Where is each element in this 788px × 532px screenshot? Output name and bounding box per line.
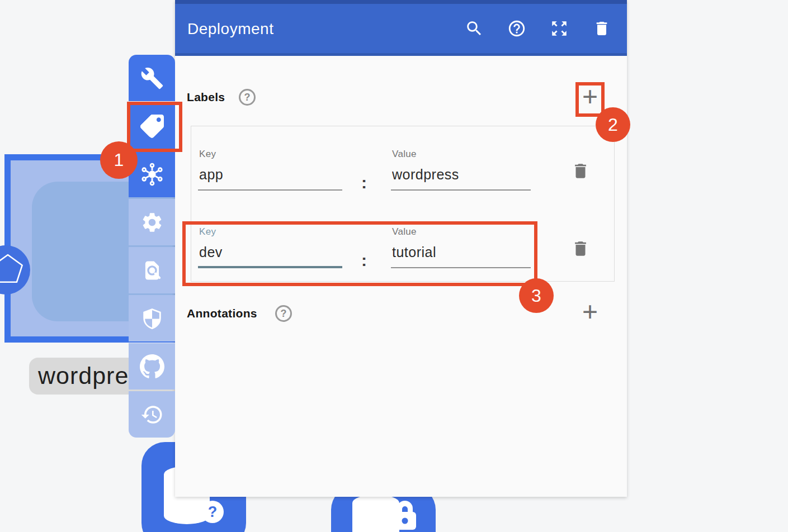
question-glyph: ? (208, 504, 218, 520)
labels-help-icon[interactable]: ? (239, 89, 256, 106)
key-field-label: Key (199, 149, 216, 160)
toolbar-github-button[interactable] (129, 343, 175, 390)
label-key-field: Key (198, 126, 341, 204)
shield-icon (140, 306, 164, 331)
document-search-icon (140, 258, 164, 283)
panel-header-actions (464, 18, 612, 39)
trash-icon (571, 162, 590, 180)
key-field-label: Key (199, 226, 216, 238)
toolbar-labels-button[interactable] (129, 103, 175, 149)
kube-graph-editor: wordpress ? (0, 0, 788, 532)
toolbar-security-button[interactable] (129, 295, 175, 341)
pentagon-node-badge[interactable] (0, 244, 31, 296)
label-row: Key : Value (191, 126, 614, 204)
panel-title: Deployment (187, 20, 273, 38)
toolbar-inspect-button[interactable] (129, 247, 175, 293)
wrench-icon (140, 66, 164, 90)
delete-label-button[interactable] (569, 238, 592, 260)
github-icon (140, 354, 164, 379)
tag-icon (140, 115, 164, 138)
hub-icon (140, 162, 164, 187)
labels-list: Key : Value Key : (191, 126, 615, 282)
trash-icon (593, 20, 611, 37)
key-value-separator: : (361, 173, 367, 192)
expand-icon (550, 19, 569, 38)
details-panel: Deployment Labels ? + (175, 0, 627, 497)
add-label-button[interactable]: + (578, 86, 602, 110)
label-key-field: Key (198, 204, 341, 282)
help-button[interactable] (507, 18, 527, 39)
fit-view-button[interactable] (549, 18, 569, 39)
key-input[interactable] (198, 244, 342, 268)
gear-icon (140, 211, 164, 234)
label-value-field: Value (391, 204, 530, 282)
node-toolbar (129, 55, 175, 438)
value-input[interactable] (391, 167, 531, 191)
delete-label-button[interactable] (569, 160, 592, 182)
annotations-help-icon[interactable]: ? (275, 305, 292, 322)
label-row: Key : Value (191, 204, 614, 282)
trash-icon (571, 239, 590, 258)
value-field-label: Value (392, 226, 417, 238)
delete-node-button[interactable] (592, 18, 612, 39)
panel-header: Deployment (175, 0, 627, 56)
key-value-separator: : (361, 251, 367, 270)
add-annotation-button[interactable]: + (578, 301, 602, 325)
search-button[interactable] (464, 18, 484, 39)
value-input[interactable] (391, 244, 531, 268)
annotations-section-title: Annotations (187, 307, 257, 320)
search-icon (465, 19, 484, 38)
history-icon (140, 403, 164, 426)
toolbar-build-button[interactable] (129, 55, 175, 101)
labels-section-title: Labels (187, 91, 225, 104)
key-input[interactable] (198, 167, 342, 191)
help-icon (507, 19, 526, 38)
label-value-field: Value (391, 126, 530, 204)
toolbar-history-button[interactable] (129, 391, 175, 438)
value-field-label: Value (392, 149, 417, 160)
toolbar-settings-button[interactable] (129, 199, 175, 245)
toolbar-network-button[interactable] (129, 151, 175, 197)
